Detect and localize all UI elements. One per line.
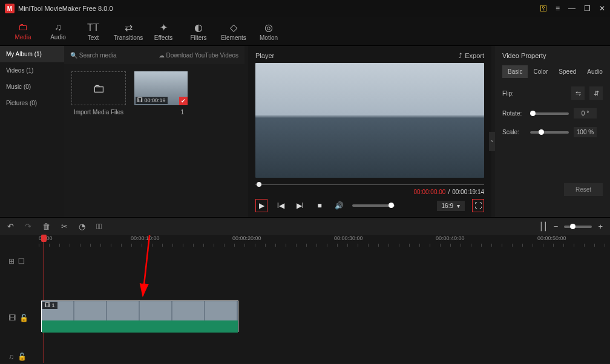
close-button[interactable]: ✕ bbox=[599, 4, 605, 13]
stop-button[interactable]: ■ bbox=[313, 199, 326, 212]
app-title: MiniTool MovieMaker Free 8.0.0 bbox=[18, 5, 113, 12]
playback-scrubber[interactable] bbox=[255, 181, 484, 187]
tool-media[interactable]: 🗀Media bbox=[7, 18, 39, 45]
flip-label: Flip: bbox=[502, 90, 525, 97]
scale-slider[interactable] bbox=[530, 131, 569, 134]
player-panel: › Player ⤴Export 00:00:00.00 / 00:00:19:… bbox=[248, 46, 491, 217]
rotate-slider[interactable] bbox=[530, 112, 569, 115]
playhead[interactable] bbox=[44, 235, 44, 363]
next-frame-button[interactable]: ▶I bbox=[294, 199, 306, 212]
rotate-label: Rotate: bbox=[502, 110, 525, 117]
export-icon: ⤴ bbox=[459, 52, 462, 59]
scale-value[interactable]: 100 % bbox=[574, 127, 597, 137]
filters-icon: ◐ bbox=[194, 22, 203, 33]
download-youtube[interactable]: ☁ Download YouTube Videos bbox=[159, 52, 238, 59]
time-total: 00:00:19:14 bbox=[452, 189, 484, 195]
fullscreen-button[interactable]: ⛶ bbox=[472, 199, 484, 212]
main-area: My Album (1) Videos (1) Music (0) Pictur… bbox=[0, 46, 610, 217]
album-myalbum[interactable]: My Album (1) bbox=[0, 46, 64, 62]
menu-icon[interactable]: ≡ bbox=[556, 4, 560, 13]
crop-button[interactable]: ✂⃞ bbox=[96, 222, 102, 231]
video-track-icon[interactable]: 🎞 bbox=[8, 314, 16, 322]
video-property-panel: Video Property Basic Color Speed Audio F… bbox=[495, 46, 610, 217]
transitions-icon: ⇄ bbox=[125, 22, 133, 33]
lock-icon[interactable]: 🔓 bbox=[18, 353, 27, 361]
film-icon: 🎞 bbox=[137, 97, 143, 103]
clip-duration: 00:00:19 bbox=[145, 97, 166, 103]
import-media-tile[interactable]: 🗀 bbox=[71, 71, 126, 105]
app-logo: M bbox=[5, 4, 15, 13]
prev-frame-button[interactable]: I◀ bbox=[275, 199, 287, 212]
film-icon: 🎞 bbox=[45, 302, 50, 308]
export-button[interactable]: ⤴Export bbox=[459, 52, 484, 59]
check-icon: ✔ bbox=[179, 97, 188, 105]
motion-icon: ◎ bbox=[264, 22, 273, 33]
chevron-down-icon: ▾ bbox=[457, 203, 460, 209]
ruler-ticks bbox=[39, 244, 605, 249]
timeline-clip[interactable]: 🎞 1 bbox=[41, 301, 238, 332]
tool-effects[interactable]: ✦Effects bbox=[148, 18, 179, 45]
minimize-button[interactable]: — bbox=[568, 4, 576, 13]
rotate-value[interactable]: 0 ° bbox=[574, 108, 597, 119]
media-grid: 🗀 Import Media Files 🎞 00:00:19 ✔ 1 bbox=[64, 64, 244, 217]
aspect-ratio-select[interactable]: 16:9▾ bbox=[437, 201, 465, 211]
fit-icon[interactable]: ⎮⎮ bbox=[539, 222, 548, 231]
zoom-out-button[interactable]: − bbox=[554, 222, 559, 231]
undo-button[interactable]: ↶ bbox=[7, 222, 14, 231]
volume-icon[interactable]: 🔊 bbox=[333, 199, 345, 212]
prop-tab-basic[interactable]: Basic bbox=[502, 65, 528, 78]
album-videos[interactable]: Videos (1) bbox=[0, 62, 64, 79]
maximize-button[interactable]: ❐ bbox=[584, 4, 591, 13]
flip-vertical[interactable]: ⇵ bbox=[589, 86, 603, 100]
add-track-icon[interactable]: ⊞ bbox=[8, 257, 15, 265]
zoom-in-button[interactable]: + bbox=[598, 222, 603, 231]
effects-icon: ✦ bbox=[160, 22, 168, 33]
play-button[interactable]: ▶ bbox=[255, 199, 267, 212]
elements-icon: ◇ bbox=[230, 22, 237, 33]
tool-text[interactable]: T𝖳Text bbox=[77, 18, 109, 45]
timeline-toolbar: ↶ ↷ 🗑 ✂ ◔ ✂⃞ ⎮⎮ − + bbox=[0, 217, 610, 235]
album-sidebar: My Album (1) Videos (1) Music (0) Pictur… bbox=[0, 46, 64, 217]
prop-title: Video Property bbox=[502, 52, 603, 59]
tool-transitions[interactable]: ⇄Transitions bbox=[113, 18, 144, 45]
time-ruler[interactable]: 00:00 00:00:10:00 00:00:20:00 00:00:30:0… bbox=[0, 235, 610, 244]
tool-motion[interactable]: ◎Motion bbox=[253, 18, 284, 45]
tool-audio[interactable]: ♫Audio bbox=[42, 18, 74, 45]
key-icon[interactable]: ⚿ bbox=[540, 4, 547, 13]
volume-slider[interactable] bbox=[352, 204, 395, 207]
video-preview[interactable] bbox=[255, 63, 484, 178]
media-clip-1[interactable]: 🎞 00:00:19 ✔ bbox=[134, 71, 188, 105]
scale-label: Scale: bbox=[502, 129, 525, 135]
split-button[interactable]: ✂ bbox=[61, 222, 68, 231]
speed-button[interactable]: ◔ bbox=[79, 222, 85, 231]
main-toolbar: 🗀Media ♫Audio T𝖳Text ⇄Transitions ✦Effec… bbox=[0, 17, 610, 46]
title-bar: M MiniTool MovieMaker Free 8.0.0 ⚿ ≡ — ❐… bbox=[0, 0, 610, 17]
lock-icon[interactable]: 🔓 bbox=[19, 314, 28, 322]
music-icon: ♫ bbox=[54, 22, 62, 33]
delete-button[interactable]: 🗑 bbox=[42, 222, 50, 231]
folder-icon: 🗀 bbox=[18, 22, 28, 33]
prop-tab-audio[interactable]: Audio bbox=[582, 65, 608, 78]
panel-expand[interactable]: › bbox=[489, 132, 495, 151]
album-pictures[interactable]: Pictures (0) bbox=[0, 95, 64, 111]
audio-track-icon[interactable]: ♫ bbox=[8, 353, 14, 361]
prop-tab-speed[interactable]: Speed bbox=[553, 65, 582, 78]
prop-tab-color[interactable]: Color bbox=[528, 65, 553, 78]
clip-index: 1 bbox=[134, 109, 188, 115]
flip-horizontal[interactable]: ⇋ bbox=[571, 86, 585, 100]
timeline[interactable]: 00:00 00:00:10:00 00:00:20:00 00:00:30:0… bbox=[0, 235, 610, 363]
annotation-arrow bbox=[0, 235, 610, 363]
copy-track-icon[interactable]: ❏ bbox=[18, 257, 25, 265]
album-music[interactable]: Music (0) bbox=[0, 79, 64, 95]
player-title: Player bbox=[255, 52, 274, 59]
media-panel: My Album (1) Videos (1) Music (0) Pictur… bbox=[0, 46, 244, 217]
folder-icon: 🗀 bbox=[93, 82, 105, 96]
zoom-slider[interactable] bbox=[564, 226, 592, 228]
redo-button[interactable]: ↷ bbox=[25, 222, 31, 231]
tool-filters[interactable]: ◐Filters bbox=[183, 18, 214, 45]
text-icon: T𝖳 bbox=[87, 22, 99, 33]
search-media[interactable]: 🔍 Search media bbox=[70, 52, 116, 59]
reset-button[interactable]: Reset bbox=[564, 183, 603, 196]
tool-elements[interactable]: ◇Elements bbox=[218, 18, 249, 45]
import-label: Import Media Files bbox=[71, 109, 126, 115]
